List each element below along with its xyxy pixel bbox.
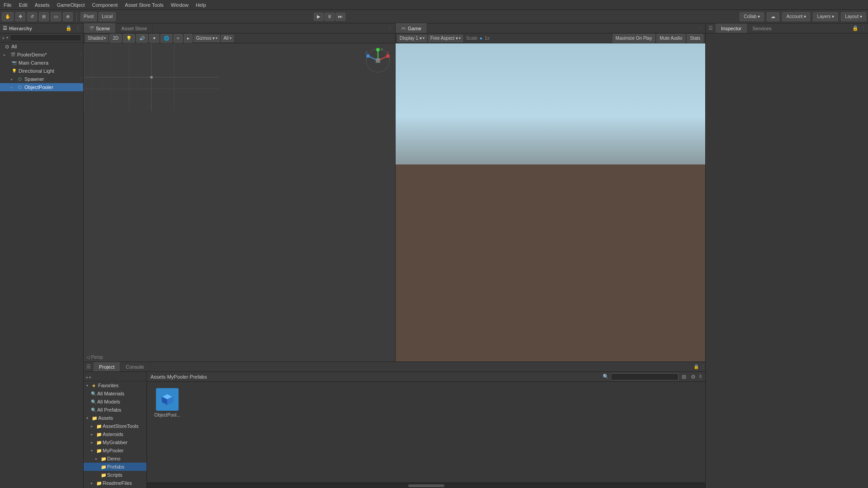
persp-label: ◁ Persp [86,355,103,360]
menu-assets[interactable]: Assets [31,1,53,9]
services-tab[interactable]: Services [747,23,777,33]
rotate-tool-button[interactable]: ↺ [27,12,37,21]
scene-light-btn[interactable]: 💡 [123,34,135,43]
scene-audio-btn[interactable]: 🔊 [136,34,148,43]
2d-btn[interactable]: 2D [109,34,122,43]
hierarchy-spawner-item[interactable]: ▸ ⬡ Spawner ⋮ [0,75,83,83]
proj-favorites-item[interactable]: ▾ ★ Favorites [84,381,146,389]
project-filter-btn[interactable]: ▾ [89,375,91,380]
proj-scripts-item[interactable]: 📁 Scripts [84,471,146,479]
layers-button[interactable]: Layers ▾ [813,12,838,21]
maximize-btn[interactable]: Maximize On Play [613,34,656,43]
scrollbar-thumb[interactable] [408,484,444,487]
asset-store-tab[interactable]: Asset Store [116,23,153,33]
console-tab[interactable]: Console [120,362,150,371]
display-btn[interactable]: Display 1 ▾ [397,35,427,42]
breadcrumb-prefabs[interactable]: Prefabs [190,374,207,380]
rect-tool-button[interactable]: ▭ [51,12,61,21]
proj-prefabs-item[interactable]: 📁 Prefabs [84,463,146,471]
local-button[interactable]: Local [99,12,116,21]
root-menu[interactable]: ⋮ [79,52,83,57]
inspector-lock-icon[interactable]: 🔒 [852,25,861,31]
all-materials-search-icon: 🔍 [91,391,96,396]
menu-assetstoretools[interactable]: Asset Store Tools [121,1,167,9]
objectpooler-asset[interactable]: ObjectPool... [151,386,183,419]
scene-fog-btn[interactable]: ≈ [174,34,183,43]
project-search-input[interactable] [611,373,679,380]
inspector-tab[interactable]: Inspector [716,23,747,33]
scene-skybox-btn[interactable]: 🌐 [160,34,172,43]
hierarchy-all-item[interactable]: ⊙ All [0,42,83,51]
add-hierarchy-btn[interactable]: + [2,35,5,41]
menu-gameobject[interactable]: GameObject [53,1,89,9]
hierarchy-objectpooler-item[interactable]: ▸ ⬡ ObjectPooler ⋮ [0,83,83,91]
proj-mypooler-item[interactable]: ▾ 📁 MyPooler [84,446,146,455]
inspector-drag-icon[interactable]: ☰ [706,25,716,31]
proj-all-prefabs-item[interactable]: 🔍 All Prefabs [84,406,146,414]
spawner-menu[interactable]: ⋮ [79,77,83,81]
objectpooler-menu[interactable]: ⋮ [79,85,83,89]
menu-file[interactable]: File [0,1,15,9]
hierarchy-root-item[interactable]: ▸ 🎬 PoolerDemo* ⋮ [0,51,83,59]
menu-help[interactable]: Help [192,1,210,9]
menu-component[interactable]: Component [88,1,121,9]
scene-tab[interactable]: 🎬 Scene [84,23,116,33]
proj-readmefiles-item[interactable]: ▸ 📁 ReadmeFiles [84,479,146,487]
project-settings-btn[interactable]: ⚙ [689,373,697,380]
bottom-lock-icon[interactable]: 🔒 [693,364,699,369]
proj-all-materials-item[interactable]: 🔍 All Materials [84,389,146,398]
pivot-button[interactable]: Pivot [80,12,97,21]
shading-mode-btn[interactable]: Shaded [85,35,108,42]
move-tool-button[interactable]: ✥ [15,12,25,21]
project-add-btn[interactable]: + [85,375,88,380]
scripts-folder-icon: 📁 [101,473,106,478]
account-button[interactable]: Account ▾ [782,12,810,21]
hand-tool-button[interactable]: ✋ [2,12,14,21]
readme-folder-icon: 📁 [96,481,102,486]
proj-assets-item[interactable]: ▾ 📁 Assets [84,414,146,422]
transform-tool-button[interactable]: ⊕ [63,12,73,21]
scene-fx-btn[interactable]: ✦ [149,34,159,43]
hierarchy-search[interactable] [10,34,81,41]
stats-btn[interactable]: Stats [687,34,703,43]
pause-button[interactable]: ⏸ [325,13,335,21]
project-scrollbar[interactable] [147,483,705,488]
bottom-drag-icon[interactable]: ☰ [84,364,94,370]
game-tabbar: 🎮 Game ⋮ [396,23,705,33]
menu-edit[interactable]: Edit [15,1,31,9]
proj-asteroids-item[interactable]: ▸ 📁 Asteroids [84,430,146,438]
scene-anim-btn[interactable]: ▸ [184,34,193,43]
asteroids-folder-icon: 📁 [96,432,102,437]
collab-button[interactable]: Collab ▾ [740,12,764,21]
scale-tool-button[interactable]: ⊞ [39,12,49,21]
aspect-btn[interactable]: Free Aspect ▾ [428,35,463,42]
layout-button[interactable]: Layout ▾ [841,12,866,21]
hierarchy-maincamera-item[interactable]: 📷 Main Camera [0,59,83,67]
bottom-menu-icon[interactable]: ⋮ [701,364,705,369]
hierarchy-lock-icon[interactable]: 🔒 [66,25,72,31]
step-button[interactable]: ⏭ [335,13,345,21]
proj-all-models-item[interactable]: 🔍 All Models [84,398,146,406]
proj-prefabs-label: Prefabs [107,464,124,469]
inspector-menu-icon[interactable]: ⋮ [861,25,866,31]
gizmos-btn[interactable]: Gizmos ▾ [194,35,220,42]
breadcrumb-assets[interactable]: Assets [151,374,165,380]
play-button[interactable]: ▶ [314,13,324,21]
breadcrumb-mypooler[interactable]: MyPooler [167,374,188,380]
menu-window[interactable]: Window [167,1,192,9]
hierarchy-menu-icon[interactable]: ⋮ [75,25,80,31]
project-tab[interactable]: Project [94,362,120,371]
scene-content[interactable]: X Y Z ◁ Persp [84,43,395,361]
view-toggle-btn[interactable]: ⊞ [680,373,688,380]
game-panel-menu[interactable]: ⋮ [698,25,705,31]
cloud-button[interactable]: ☁ [767,12,779,21]
all-btn[interactable]: All [221,35,233,42]
mute-btn[interactable]: Mute Audio [656,34,685,43]
proj-mygrabber-item[interactable]: ▸ 📁 MyGrabber [84,438,146,446]
proj-assetstoretools-item[interactable]: ▸ 📁 AssetStoreTools [84,422,146,430]
hierarchy-filter-down[interactable]: ▾ [6,36,8,40]
hierarchy-dirlight-item[interactable]: 💡 Directional Light [0,67,83,75]
proj-demo-item[interactable]: ▸ 📁 Demo [84,455,146,463]
scene-panel-menu[interactable]: ⋮ [387,25,395,31]
game-tab[interactable]: 🎮 Game [396,23,427,33]
